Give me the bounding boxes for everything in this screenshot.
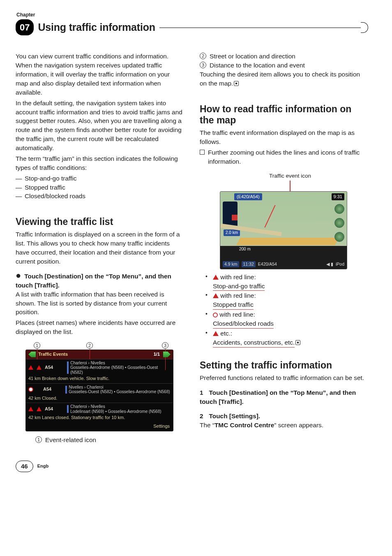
back-button-icon[interactable] [28, 352, 36, 357]
title-bar: 07 Using traffic information [16, 19, 367, 35]
warning-icon [213, 293, 219, 298]
sec1-paragraph-3: Places (street names) where incidents ha… [16, 318, 183, 336]
map-scale: 200 m [239, 246, 251, 252]
map-control-button[interactable] [334, 218, 344, 228]
traffic-line [264, 205, 275, 227]
legend-desc: Accidents, constructions, etc. [213, 338, 295, 348]
closure-icon [213, 313, 218, 317]
warning-icon [28, 407, 33, 411]
closure-icon [28, 387, 33, 392]
warning-icon [213, 275, 219, 280]
chapter-number-pill: 07 [16, 19, 34, 35]
legend-text: with red line: [220, 273, 256, 280]
left-column: You can view current traffic conditions … [16, 52, 183, 444]
note-text: Further zooming out hides the lines and … [208, 148, 367, 166]
sec3-paragraph-2: The “TMC Control Centre” screen appears. [200, 421, 367, 430]
section-heading-viewing-list: Viewing the traffic list [16, 216, 183, 227]
event-footer: 42 km Closed. [28, 395, 171, 402]
distance-badge: 2.0 km [224, 229, 240, 236]
road-label: A54 [43, 386, 51, 393]
touch-note: Touching the desired item allows you to … [200, 70, 367, 88]
forward-button-icon[interactable] [163, 352, 171, 357]
event-direction: Nivelles › Charleroi [69, 385, 170, 390]
road-label: A54 [45, 406, 53, 412]
intro-paragraph-1: You can view current traffic conditions … [16, 52, 183, 97]
traffic-events-title: Traffic Events [36, 351, 154, 358]
audio-source: iPod [336, 261, 344, 267]
list-item: Closed/blocked roads [25, 192, 85, 201]
callout-2-icon: 2 [200, 53, 206, 59]
sec1-paragraph-2: A list with traffic information that has… [16, 290, 183, 317]
event-direction: Charleroi › Nivelles [70, 404, 161, 409]
event-points: Gosselies-Aerodrome (N568) • Gosselies-O… [70, 365, 171, 375]
title-rule [159, 21, 367, 34]
callout-1-icon: 1 [34, 342, 40, 349]
end-of-section-icon [295, 340, 300, 345]
right-column: 2 Street or location and direction 3 Dis… [200, 52, 367, 444]
callout-3-icon: 3 [162, 342, 168, 349]
note: Further zooming out hides the lines and … [200, 148, 367, 166]
settings-button[interactable]: Settings [26, 422, 173, 431]
map-control-button[interactable] [334, 232, 344, 242]
map-screen[interactable]: (E420/A54) 9:31 2.0 km 200 m 4.9 km 11:3… [220, 191, 347, 269]
bullet-icon: ● [16, 270, 21, 280]
map-control-button[interactable] [334, 204, 344, 214]
traffic-event-row[interactable]: A54 Nivelles › Charleroi Gosselies-Ouest… [26, 383, 173, 403]
step-1: 1Touch [Destination] on the “Top Menu”, … [200, 388, 367, 406]
event-footer: 42 km Lanes closed. Stationary traffic f… [28, 415, 171, 421]
event-direction: Charleroi › Nivelles [70, 361, 171, 366]
legend-desc: Closed/blocked roads [213, 319, 274, 329]
note-box-icon [200, 150, 205, 155]
sec1-paragraph-1: Traffic Information is displayed on a sc… [16, 230, 183, 266]
legend-2-text: Street or location and direction [210, 52, 295, 61]
map-callout-label: Traffic event icon [233, 172, 347, 180]
legend-text: with red line: [220, 292, 256, 299]
page-footer: 46 Engb [16, 461, 367, 472]
traffic-event-icon [232, 215, 238, 220]
traffic-events-figure: 1 2 3 Traffic Events 1/1 [16, 342, 183, 431]
road-sign: (E420/A54) [234, 193, 262, 201]
language-code: Engb [37, 463, 49, 470]
event-points: Gosselies-Ouest (N582) • Gosselies-Aerod… [69, 389, 170, 394]
warning-icon [213, 331, 219, 336]
map-figure: Traffic event icon (E420/A54) 9:31 2.0 k… [200, 172, 367, 269]
step-2: 2Touch [Settings]. [200, 412, 367, 421]
page-number: 46 [16, 461, 33, 472]
event-footer: 41 km Broken down vehicle. Slow traffic. [28, 375, 171, 382]
warning-icon [37, 407, 42, 411]
callout-1-icon: 1 [35, 436, 42, 443]
intro-paragraph-2: In the default setting, the navigation s… [16, 99, 183, 153]
callout-2-icon: 2 [86, 342, 93, 349]
end-of-section-icon [234, 81, 239, 86]
traffic-event-row[interactable]: A54 Charleroi › Nivelles Gosselies-Aerod… [26, 359, 173, 383]
legend-text: with red line: [219, 311, 255, 318]
callout-3-icon: 3 [200, 62, 206, 68]
traffic-conditions-list: —Stop-and-go traffic —Stopped traffic —C… [16, 174, 183, 201]
traffic-event-row[interactable]: A54 Charleroi › Nivelles Lodelinsart (N5… [26, 403, 173, 422]
list-item: Stop-and-go traffic [25, 174, 76, 183]
legend-1-text: Event-related icon [45, 436, 96, 445]
clock: 9:31 [332, 193, 344, 201]
sec3-paragraph-1: Preferred functions related to traffic i… [200, 373, 367, 382]
bottom-road: E420/A54 [258, 261, 324, 267]
page-title: Using traffic information [38, 20, 155, 35]
road-label: A54 [45, 364, 53, 371]
sec2-paragraph-1: The traffic event information displayed … [200, 128, 367, 146]
next-distance: 4.9 km [223, 261, 239, 267]
legend-desc: Stopped traffic [213, 300, 254, 310]
eta: 11:32 [242, 261, 256, 267]
warning-icon [37, 365, 42, 370]
intro-paragraph-3: The term “traffic jam” in this section i… [16, 154, 183, 172]
list-item: Stopped traffic [25, 183, 65, 192]
traffic-events-screen[interactable]: Traffic Events 1/1 A54 Charleroi › Nivel… [25, 350, 173, 431]
section-heading-how-to-read: How to read traffic information on the m… [200, 104, 367, 126]
step-instruction: ●Touch [Destination] on the “Top Menu”, … [16, 272, 183, 290]
warning-icon [28, 365, 33, 370]
chapter-label: Chapter [16, 12, 367, 19]
callout-line [290, 181, 291, 191]
legend-desc: Stop-and-go traffic [213, 282, 265, 291]
section-heading-setting: Setting the traffic information [200, 360, 367, 371]
icon-legend-list: with red line: Stop-and-go traffic with … [200, 273, 367, 348]
legend-3-text: Distance to the location and event [210, 61, 305, 70]
page-indicator: 1/1 [154, 351, 160, 358]
